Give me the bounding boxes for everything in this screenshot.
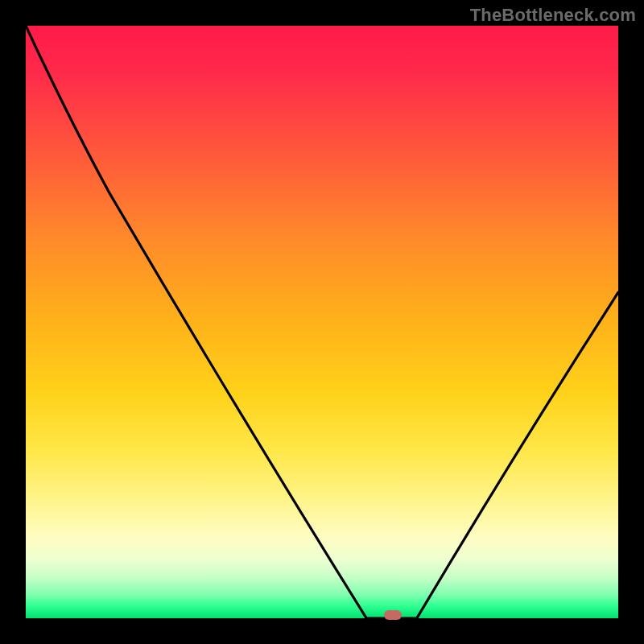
optimum-marker: [384, 610, 402, 620]
bottleneck-curve: [26, 26, 618, 618]
plot-area: [26, 26, 618, 618]
curve-path: [26, 26, 618, 618]
chart-stage: TheBottleneck.com: [0, 0, 644, 644]
watermark-text: TheBottleneck.com: [470, 5, 636, 26]
